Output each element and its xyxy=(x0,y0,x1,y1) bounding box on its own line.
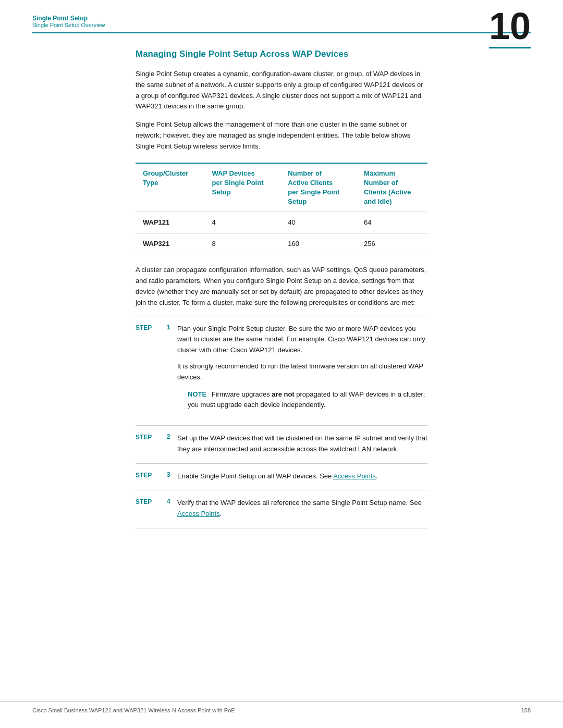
step-3-after: . xyxy=(376,472,378,480)
chapter-subtitle: Single Point Setup Overview xyxy=(32,22,531,28)
step-3-label: STEP xyxy=(136,471,167,479)
cell-wap321-wap: 8 xyxy=(205,233,281,254)
step-2-content: Set up the WAP devices that will be clus… xyxy=(177,433,427,455)
step-1-label: STEP xyxy=(136,324,167,331)
step-2-row: STEP 2 Set up the WAP devices that will … xyxy=(136,433,427,455)
table-header-max: MaximumNumber ofClients (Activeand Idle) xyxy=(357,163,427,212)
cell-wap121-wap: 4 xyxy=(205,212,281,233)
step-3-content: Enable Single Point Setup on all WAP dev… xyxy=(177,471,427,482)
note-text-before: Firmware upgrades xyxy=(212,390,272,398)
note-label: NOTE xyxy=(188,390,206,398)
step-1-sub: It is strongly recommended to run the la… xyxy=(177,361,427,383)
step-1-content: Plan your Single Point Setup cluster. Be… xyxy=(177,324,427,417)
note-bold: are not xyxy=(272,390,294,398)
step-2-num: 2 xyxy=(167,433,177,440)
intro-paragraph-1: Single Point Setup creates a dynamic, co… xyxy=(136,69,427,112)
step-4-after: . xyxy=(220,510,222,517)
steps-divider-bottom xyxy=(136,528,427,528)
footer-page: 158 xyxy=(521,707,531,713)
step-4-label: STEP xyxy=(136,498,167,505)
chapter-number-bar xyxy=(489,47,531,48)
table-header-type: Group/ClusterType xyxy=(136,163,205,212)
steps-divider-top xyxy=(136,316,427,316)
step-divider-1 xyxy=(136,425,427,426)
step-4-row: STEP 4 Verify that the WAP devices all r… xyxy=(136,498,427,520)
steps-container: STEP 1 Plan your Single Point Setup clus… xyxy=(136,324,427,529)
cell-wap121-type: WAP121 xyxy=(136,212,205,233)
step-3-row: STEP 3 Enable Single Point Setup on all … xyxy=(136,471,427,482)
step-3-text: Enable Single Point Setup on all WAP dev… xyxy=(177,472,333,480)
post-table-paragraph: A cluster can propagate configuration in… xyxy=(136,265,427,308)
page-container: Single Point Setup Single Point Setup Ov… xyxy=(0,0,563,728)
note-box-1: NOTE Firmware upgrades are not propagate… xyxy=(188,389,427,411)
chapter-number: 10 xyxy=(489,7,531,45)
chapter-number-box: 10 xyxy=(489,7,531,48)
step-4-link[interactable]: Access Points xyxy=(177,510,220,517)
step-1-num: 1 xyxy=(167,324,177,331)
step-4-content: Verify that the WAP devices all referenc… xyxy=(177,498,427,520)
table-header-active: Number ofActive Clientsper Single PointS… xyxy=(280,163,357,212)
step-3-link[interactable]: Access Points xyxy=(333,472,376,480)
chapter-nav: Single Point Setup Single Point Setup Ov… xyxy=(32,15,531,28)
intro-paragraph-2: Single Point Setup allows the management… xyxy=(136,119,427,152)
step-4-text: Verify that the WAP devices all referenc… xyxy=(177,499,422,507)
step-4-num: 4 xyxy=(167,498,177,505)
step-divider-3 xyxy=(136,490,427,490)
table-header-wap: WAP Devicesper Single PointSetup xyxy=(205,163,281,212)
step-2-label: STEP xyxy=(136,433,167,441)
table-row-wap121: WAP121 4 40 64 xyxy=(136,212,427,233)
cell-wap121-max: 64 xyxy=(357,212,427,233)
step-1-text: Plan your Single Point Setup cluster. Be… xyxy=(177,325,425,354)
page-header: Single Point Setup Single Point Setup Ov… xyxy=(0,0,563,28)
step-divider-2 xyxy=(136,463,427,464)
cell-wap121-active: 40 xyxy=(280,212,357,233)
cell-wap321-active: 160 xyxy=(280,233,357,254)
table-row-wap321: WAP321 8 160 256 xyxy=(136,233,427,254)
cell-wap321-type: WAP321 xyxy=(136,233,205,254)
step-1-row: STEP 1 Plan your Single Point Setup clus… xyxy=(136,324,427,417)
step-3-num: 3 xyxy=(167,471,177,478)
footer-left: Cisco Small Business WAP121 and WAP321 W… xyxy=(32,707,235,713)
step-word: STEP xyxy=(136,324,152,331)
chapter-title: Single Point Setup xyxy=(32,15,531,22)
page-footer: Cisco Small Business WAP121 and WAP321 W… xyxy=(0,701,563,713)
wap-limits-table: Group/ClusterType WAP Devicesper Single … xyxy=(136,163,427,255)
step-2-text: Set up the WAP devices that will be clus… xyxy=(177,434,427,453)
main-content: Managing Single Point Setup Across WAP D… xyxy=(0,33,563,551)
cell-wap321-max: 256 xyxy=(357,233,427,254)
section-title: Managing Single Point Setup Across WAP D… xyxy=(136,49,427,59)
